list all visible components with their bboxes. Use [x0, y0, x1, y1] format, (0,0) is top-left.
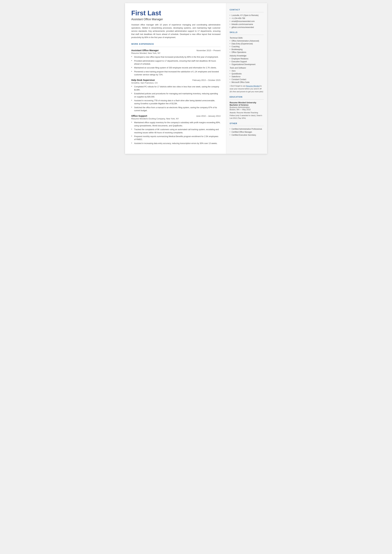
skill-item-2-3: Constant Contact — [230, 78, 264, 81]
contact-section-title: CONTACT — [230, 9, 264, 11]
skill-item-2-1: QuickBooks — [230, 73, 264, 75]
skill-item-0-0: Office Administration (Advanced) — [230, 40, 264, 42]
job-header-1: Help Desk SupervisorFebruary 2013 – Octo… — [131, 79, 221, 81]
contact-item-0: Louisville, KY (Open to Remote) — [230, 14, 264, 16]
other-item-0: Certified Administrative Professional. — [230, 128, 264, 130]
job-title-2: Office Support — [131, 115, 147, 117]
contact-item-2: email@resumeworded.com — [230, 20, 264, 22]
education-container: Resume Worded UniversityBachelor of Scie… — [230, 101, 264, 119]
right-column: CONTACT Louisville, KY (Open to Remote)+… — [226, 3, 267, 154]
job-company-0: Resume Worded, New York, NY — [131, 52, 221, 54]
job-title-0: Assistant Office Manager — [131, 49, 159, 52]
job-bullet-2-1: Tracked the complaints of 6K customers u… — [131, 128, 221, 134]
contact-list: Louisville, KY (Open to Remote)+1-234-45… — [230, 14, 264, 28]
skills-category-name-1: Industry Knowledge: — [230, 55, 264, 57]
left-column: First Last Assistant Office Manager Assi… — [125, 3, 226, 154]
promo-prefix: • Don't forget to use — [230, 85, 246, 87]
jobs-container: Assistant Office ManagerNovember 2015 – … — [131, 49, 221, 145]
job-bullets-0: Developed a new office layout that incre… — [131, 56, 221, 76]
job-header-0: Assistant Office ManagerNovember 2015 – … — [131, 49, 221, 52]
work-experience-section-title: WORK EXPERIENCE — [131, 43, 221, 45]
candidate-name: First Last — [131, 9, 221, 17]
job-dates-2: June 2010 – January 2013 — [196, 115, 221, 117]
job-bullets-1: Completed PC rollouts for 17 districts w… — [131, 85, 221, 112]
skill-item-1-2: Organizational Development — [230, 63, 264, 66]
job-dates-1: February 2013 – October 2015 — [192, 79, 221, 81]
job-bullet-1-0: Completed PC rollouts for 17 districts w… — [131, 85, 221, 91]
job-title-1: Help Desk Supervisor — [131, 79, 155, 81]
contact-item-4: github.com/resumeworded — [230, 26, 264, 28]
skills-category-name-2: Tools and Software: — [230, 67, 264, 69]
edu-entry-0: Resume Worded UniversityBachelor of Scie… — [230, 101, 264, 119]
resume-container: First Last Assistant Office Manager Assi… — [125, 3, 267, 154]
skill-item-1-1: Executive Support — [230, 61, 264, 63]
edu-school-0: Resume Worded University — [230, 101, 264, 104]
other-item-1: Certified Office Manager. — [230, 131, 264, 133]
job-company-1: Growthsi, San Francisco, CA — [131, 82, 221, 84]
job-bullet-1-2: Assisted in recovering 7TB of missing da… — [131, 99, 221, 105]
job-bullet-0-3: Pioneered a new training program that in… — [131, 70, 221, 77]
skill-item-0-3: Bookkeeping — [230, 48, 264, 50]
contact-divider — [230, 12, 264, 12]
job-company-2: Resume Worded's Exciting Company, New Yo… — [131, 118, 221, 120]
skill-item-0-4: Office Operations — [230, 51, 264, 53]
skill-item-2-0: Xero — [230, 70, 264, 72]
skills-container: Technical Skills:Office Administration (… — [230, 37, 264, 83]
skills-category-name-0: Technical Skills: — [230, 37, 264, 39]
skills-list-0: Office Administration (Advanced)Data Ent… — [230, 40, 264, 53]
skills-category-0: Technical Skills:Office Administration (… — [230, 37, 264, 53]
skills-category-1: Industry Knowledge:Employee RelationsExe… — [230, 55, 264, 66]
promo-text: • Don't forget to use Resume Worded to s… — [230, 85, 264, 93]
job-bullet-2-2: Prepared monthly reports summarizing Med… — [131, 135, 221, 141]
skills-section-title: SKILLS — [230, 31, 264, 34]
job-bullet-2-3: Assisted in increasing data entry accura… — [131, 142, 221, 145]
education-section-title: EDUCATION — [230, 96, 264, 98]
skill-item-0-2: Coaching — [230, 45, 264, 48]
job-bullet-1-3: Switched the office from a manual to an … — [131, 106, 221, 112]
skills-list-2: XeroQuickBooksSalesforceConstant Contact… — [230, 70, 264, 83]
other-item-2: Certified Executive Secretary. — [230, 134, 264, 136]
candidate-summary: Assistant office manager with 10 years o… — [131, 23, 221, 39]
candidate-title: Assistant Office Manager — [131, 18, 221, 21]
skill-item-1-0: Employee Relations — [230, 58, 264, 60]
skill-item-2-4: Microsoft Office Suite — [230, 81, 264, 83]
skill-item-2-2: Salesforce — [230, 76, 264, 78]
skills-list-1: Employee RelationsExecutive SupportOrgan… — [230, 58, 264, 66]
job-bullet-1-1: Established policies and procedures for … — [131, 92, 221, 98]
job-bullet-0-1: Provided administrative support to 17 de… — [131, 60, 221, 66]
edu-field-0: Business Administration — [230, 106, 264, 108]
skills-category-2: Tools and Software:XeroQuickBooksSalesfo… — [230, 67, 264, 83]
job-bullets-2: Maintained office supply inventory for t… — [131, 121, 221, 145]
other-divider — [230, 126, 264, 126]
edu-awards-0: Awards: Resume Worded Teaching Fellow (o… — [230, 111, 264, 119]
skill-item-0-1: Data Entry (Experienced) — [230, 43, 264, 45]
job-entry-2: Office SupportJune 2010 – January 2013Re… — [131, 115, 221, 145]
job-dates-0: November 2015 – Present — [196, 49, 221, 52]
other-section-title: OTHER — [230, 122, 264, 125]
job-entry-0: Assistant Office ManagerNovember 2015 – … — [131, 49, 221, 76]
edu-degree-0: Bachelor of Science — [230, 104, 264, 106]
edu-location-0: Boston, MA — May 2010 — [230, 108, 264, 111]
job-bullet-0-0: Developed a new office layout that incre… — [131, 56, 221, 59]
contact-item-3: linkedin.com/in/username — [230, 23, 264, 25]
skills-divider — [230, 35, 264, 35]
job-bullet-2-0: Maintained office supply inventory for t… — [131, 121, 221, 127]
job-bullet-0-2: Maintained an accurate filing system of … — [131, 66, 221, 69]
job-header-2: Office SupportJune 2010 – January 2013 — [131, 115, 221, 117]
contact-item-1: +1-234-456-789 — [230, 17, 264, 19]
other-list: Certified Administrative Professional.Ce… — [230, 128, 264, 136]
promo-link[interactable]: Resume Worded — [246, 85, 260, 87]
job-entry-1: Help Desk SupervisorFebruary 2013 – Octo… — [131, 79, 221, 112]
